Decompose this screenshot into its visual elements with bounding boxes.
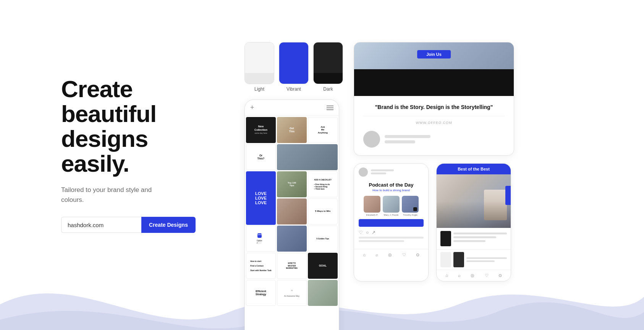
nav-camera-icon: ◎ (388, 252, 392, 257)
heart-icon: ♡ (359, 230, 363, 235)
vibrant-swatch (279, 42, 309, 84)
theme-dark[interactable]: Dark (313, 42, 343, 92)
podcast-avatar (359, 167, 368, 177)
speaker-2-name: Mary J. Purple (384, 214, 399, 216)
theme-vibrant[interactable]: Vibrant (279, 42, 309, 92)
theme-light[interactable]: Light (244, 42, 274, 92)
speaker-1-name: Elizabeth P. (366, 214, 378, 216)
profile-avatar (363, 131, 380, 148)
desktop-card-quote: "Brand is the Story. Design is the Story… (363, 104, 505, 111)
grid-goal: GOAL (308, 253, 338, 279)
podcast-card: Podcast of the Day How to build a strong… (354, 163, 429, 281)
nav-home2-icon: ⌂ (445, 273, 448, 278)
grid-top100: Top 100Tips (277, 171, 307, 197)
best-card-body (437, 228, 511, 249)
light-label: Light (254, 86, 264, 92)
podcast-title: Podcast of the Day (359, 182, 424, 188)
grid-5golden: 5 Golden Tips (308, 226, 338, 252)
light-swatch (244, 42, 274, 84)
dark-label: Dark (323, 86, 333, 92)
phone-menu-icon (327, 106, 333, 110)
create-designs-button[interactable]: Create Designs (141, 217, 196, 233)
grid-awesome: " An Awesome Way (277, 280, 307, 306)
designs-preview: Light Vibrant Dark (244, 31, 606, 330)
podcast-bar (359, 219, 424, 227)
join-us-button: Join Us (417, 50, 451, 59)
nav-search2-icon: ⌕ (458, 273, 461, 278)
right-column: Join Us "Brand is the Story. Design is t… (354, 42, 514, 330)
nav-profile2-icon: ⊙ (498, 273, 502, 278)
grid-img4 (277, 198, 307, 224)
speaker-3: Timothy Angle (402, 196, 419, 216)
podcast-actions: ♡ ○ ↗ (359, 230, 424, 237)
headline: Create beautiful designs easily. (61, 76, 222, 176)
grid-ask-me: AskMeAnything (308, 117, 338, 143)
podcast-subtitle: How to build a strong brand (359, 189, 424, 192)
phone-top-bar: + (245, 100, 339, 116)
grid-howto: How to startFind a ContactStart with Num… (246, 253, 276, 279)
profile-line-2 (385, 140, 415, 143)
nav-camera2-icon: ◎ (471, 273, 474, 278)
grid-img6 (308, 280, 338, 306)
nav-search-icon: ⌕ (375, 252, 378, 257)
phone-content-grid: NewCollectionsome day here GetThis AskMe… (245, 116, 339, 330)
speaker-2: Mary J. Purple (383, 196, 400, 216)
best-card-image (437, 174, 511, 228)
cta-row: Create Designs (61, 217, 222, 233)
grid-love: LOVELOVELOVE (246, 171, 276, 225)
desktop-card-image: Join Us (354, 42, 514, 96)
desktop-card-body: "Brand is the Story. Design is the Story… (354, 96, 514, 155)
phone-plus-icon: + (250, 104, 254, 112)
grid-efficient: EfficientStrategy (246, 280, 276, 306)
phone-cards-row: Podcast of the Day How to build a strong… (354, 163, 514, 281)
left-column: Light Vibrant Dark (244, 42, 343, 330)
best-card-footer (437, 249, 511, 270)
subtitle: Tailored to your brand style and colours… (61, 185, 168, 205)
url-input[interactable] (61, 217, 141, 233)
grid-buttons: Option 1 Option 2 (246, 226, 276, 252)
best-card: Best of the Best (436, 163, 511, 281)
grid-get-this: GetThis (277, 117, 307, 143)
phone-mockup: + NewCollectionsome day here GetThis (244, 99, 339, 330)
nav-heart-icon: ♡ (402, 252, 406, 257)
podcast-speakers: Elizabeth P. Mary J. Purple Timothy Angl… (359, 196, 424, 216)
grid-or-this: OrThis? (246, 144, 276, 170)
speaker-3-name: Timothy Angle (403, 214, 417, 216)
hero-left: Create beautiful designs easily. Tailore… (61, 31, 222, 233)
dark-swatch (313, 42, 343, 84)
grid-howmaster: HOW TOMASTERMARKETING (277, 253, 307, 279)
comment-icon: ○ (366, 230, 369, 235)
share-icon: ↗ (372, 230, 375, 235)
desktop-profile (363, 131, 505, 148)
best-card-header: Best of the Best (437, 164, 511, 174)
podcast-card-nav: ⌂ ⌕ ◎ ♡ ⊙ (354, 249, 428, 260)
theme-selector: Light Vibrant Dark (244, 42, 343, 92)
nav-profile-icon: ⊙ (416, 252, 419, 257)
nav-home-icon: ⌂ (363, 252, 366, 257)
grid-5ways: 5 Ways to Win (308, 198, 338, 224)
desktop-card-url: WWW.OFFEO.COM (363, 121, 505, 125)
nav-heart2-icon: ♡ (485, 273, 489, 278)
vibrant-label: Vibrant (286, 86, 301, 92)
grid-checklist: ADD A CHECKLIST• First thing to do• Seco… (308, 171, 338, 197)
desktop-card: Join Us "Brand is the Story. Design is t… (354, 42, 514, 156)
grid-img5 (277, 226, 307, 252)
profile-line-1 (385, 135, 430, 138)
best-card-nav: ⌂ ⌕ ◎ ♡ ⊙ (437, 270, 511, 281)
best-card-title: Best of the Best (441, 167, 506, 171)
grid-img2 (277, 144, 338, 170)
speaker-1: Elizabeth P. (364, 196, 380, 216)
grid-new-collection: NewCollectionsome day here (246, 117, 276, 143)
